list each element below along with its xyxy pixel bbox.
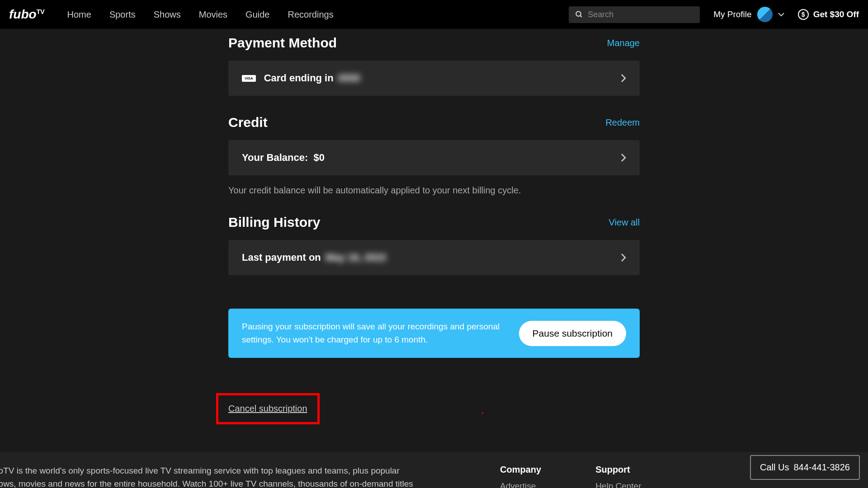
pause-text: Pausing your subscription will save all … <box>242 320 501 346</box>
nav-recordings[interactable]: Recordings <box>288 9 333 20</box>
chevron-right-icon <box>621 253 626 262</box>
footer: boTV is the world's only sports-focused … <box>0 452 868 488</box>
search-icon <box>575 10 583 19</box>
avatar <box>757 7 773 22</box>
billing-header: Billing History View all <box>228 215 640 230</box>
main-header: fuboTV Home Sports Shows Movies Guide Re… <box>0 0 868 29</box>
pause-banner: Pausing your subscription will save all … <box>228 309 640 358</box>
call-label: Call Us <box>760 462 789 473</box>
search-placeholder: Search <box>588 10 613 19</box>
annotation-dot: • <box>481 410 483 417</box>
chevron-right-icon <box>621 153 626 162</box>
dollar-icon: $ <box>798 9 809 20</box>
cancel-highlight: Cancel subscription <box>216 393 320 424</box>
footer-support-heading: Support <box>595 465 641 475</box>
call-number: 844-441-3826 <box>793 462 850 473</box>
footer-company-heading: Company <box>500 465 541 475</box>
call-us-button[interactable]: Call Us 844-441-3826 <box>750 455 860 480</box>
last-payment-text: Last payment on May 18, 2022 <box>242 252 386 263</box>
credit-card[interactable]: Your Balance: $0 <box>228 140 640 175</box>
balance-text: Your Balance: $0 <box>242 152 325 164</box>
credit-section: Credit Redeem Your Balance: $0 Your cred… <box>228 115 640 196</box>
footer-company: Company Advertise <box>500 465 541 488</box>
chevron-down-icon <box>778 12 784 17</box>
billing-title: Billing History <box>228 215 320 230</box>
billing-card[interactable]: Last payment on May 18, 2022 <box>228 240 640 275</box>
logo[interactable]: fuboTV <box>9 7 45 22</box>
payment-header: Payment Method Manage <box>228 35 640 51</box>
billing-section: Billing History View all Last payment on… <box>228 215 640 275</box>
promo-link[interactable]: $ Get $30 Off <box>798 9 859 20</box>
credit-redeem-link[interactable]: Redeem <box>605 117 640 128</box>
nav-guide[interactable]: Guide <box>245 9 269 20</box>
payment-title: Payment Method <box>228 35 337 51</box>
nav-home[interactable]: Home <box>67 9 91 20</box>
nav-movies[interactable]: Movies <box>199 9 227 20</box>
visa-icon: VISA <box>242 75 256 82</box>
footer-help-link[interactable]: Help Center <box>595 481 641 488</box>
nav-shows[interactable]: Shows <box>154 9 181 20</box>
header-right: Search My Profile $ Get $30 Off <box>569 6 859 23</box>
promo-text: Get $30 Off <box>813 9 859 19</box>
billing-viewall-link[interactable]: View all <box>609 217 640 228</box>
credit-title: Credit <box>228 115 268 130</box>
nav-sports[interactable]: Sports <box>109 9 136 20</box>
search-input[interactable]: Search <box>569 6 700 23</box>
main-content: Payment Method Manage VISA Card ending i… <box>228 29 640 424</box>
credit-helper: Your credit balance will be automaticall… <box>228 185 640 196</box>
footer-description: boTV is the world's only sports-focused … <box>0 465 414 488</box>
payment-section: Payment Method Manage VISA Card ending i… <box>228 35 640 96</box>
profile-menu[interactable]: My Profile <box>713 7 784 22</box>
footer-support: Support Help Center <box>595 465 641 488</box>
pause-subscription-button[interactable]: Pause subscription <box>519 321 626 346</box>
chevron-right-icon <box>621 74 626 83</box>
main-nav: Home Sports Shows Movies Guide Recording… <box>67 9 334 20</box>
svg-line-1 <box>580 15 582 17</box>
payment-manage-link[interactable]: Manage <box>607 38 640 48</box>
footer-advertise-link[interactable]: Advertise <box>500 481 541 488</box>
svg-point-0 <box>576 11 581 16</box>
payment-card[interactable]: VISA Card ending in 0000 <box>228 61 640 96</box>
cancel-subscription-link[interactable]: Cancel subscription <box>228 404 307 413</box>
credit-header: Credit Redeem <box>228 115 640 130</box>
card-ending-text: Card ending in 0000 <box>264 72 360 84</box>
profile-label: My Profile <box>713 9 751 19</box>
